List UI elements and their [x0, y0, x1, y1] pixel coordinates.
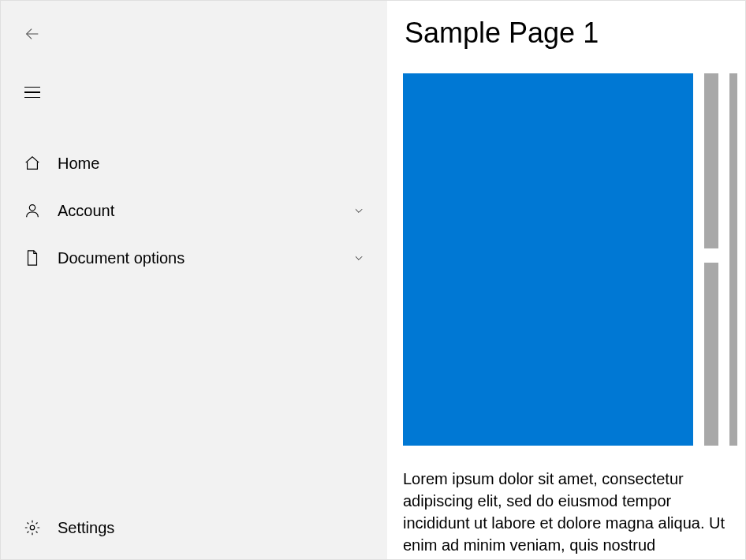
back-button[interactable] — [17, 20, 48, 51]
person-icon — [23, 201, 42, 220]
sidebar-item-label: Account — [58, 202, 352, 220]
flipview-peek-column-2 — [729, 73, 737, 446]
arrow-left-icon — [24, 25, 41, 46]
sidebar-item-label: Home — [58, 155, 365, 173]
page-title: Sample Page 1 — [405, 17, 737, 50]
svg-point-2 — [30, 525, 35, 530]
svg-point-1 — [29, 205, 35, 211]
body-text: Lorem ipsum dolor sit amet, consectetur … — [403, 468, 737, 556]
flipview-card-current[interactable] — [403, 73, 693, 446]
gear-icon — [23, 518, 42, 537]
sidebar-item-account[interactable]: Account — [1, 187, 387, 234]
flipview-peek-card[interactable] — [704, 73, 718, 248]
sidebar-item-document-options[interactable]: Document options — [1, 234, 387, 282]
flipview-peek-card[interactable] — [729, 73, 737, 446]
hamburger-icon — [24, 87, 40, 99]
sidebar-item-settings[interactable]: Settings — [1, 504, 387, 551]
content-area: Sample Page 1 Lorem ipsum dolor sit amet… — [387, 1, 745, 559]
flipview[interactable] — [403, 73, 737, 446]
chevron-down-icon — [352, 204, 365, 217]
sidebar: Home Account — [1, 1, 387, 559]
sidebar-item-label: Document options — [58, 249, 352, 267]
nav-list: Home Account — [1, 140, 387, 504]
sidebar-item-label: Settings — [58, 519, 365, 537]
sidebar-item-home[interactable]: Home — [1, 140, 387, 187]
flipview-peek-card[interactable] — [704, 263, 718, 446]
home-icon — [23, 154, 42, 173]
document-icon — [23, 248, 42, 267]
flipview-peek-column — [704, 73, 718, 446]
hamburger-button[interactable] — [17, 77, 48, 108]
chevron-down-icon — [352, 252, 365, 264]
